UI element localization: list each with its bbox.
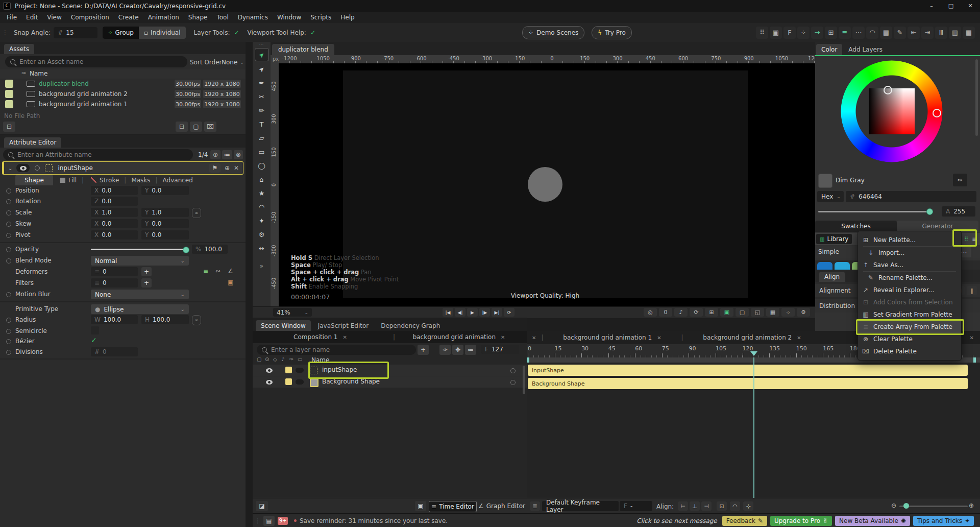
box-select-icon[interactable]: ⊡ [717, 501, 727, 511]
menu-item[interactable]: Help [336, 14, 359, 21]
textbox-icon[interactable]: ▤ [880, 27, 892, 39]
keyframe-layer-dropdown[interactable]: Default Keyframe Layer [542, 501, 619, 511]
pivot-x-field[interactable]: X0.0 [91, 230, 138, 239]
align-start-icon[interactable]: ⊢ [678, 501, 688, 511]
render-icon[interactable]: ◇ [273, 356, 277, 362]
audio-icon[interactable]: ♪ [281, 356, 284, 362]
align-center-icon[interactable]: ⊥ [690, 501, 700, 511]
panel-toggle-button[interactable]: ▣ [415, 501, 426, 511]
opacity-field[interactable]: %100.0 [192, 245, 228, 254]
layer-row[interactable]: Background Shape [253, 376, 527, 388]
deformer-corner-icon[interactable]: ∠ [228, 268, 233, 275]
close-icon[interactable]: ✕ [532, 335, 536, 341]
asset-search-field[interactable] [18, 58, 182, 66]
grid-icon[interactable]: ⊞ [705, 308, 718, 317]
picker-icon[interactable]: ✑ [289, 356, 293, 362]
display-icon[interactable]: ▣ [720, 308, 733, 317]
hex-input[interactable]: # 646464 [846, 191, 976, 202]
refresh-icon[interactable]: ⟳ [690, 308, 703, 317]
project-folder-icon[interactable]: ⊟ [3, 122, 15, 132]
group-mode-button[interactable]: ⁘ Group [103, 27, 139, 39]
maximize-button[interactable]: □ [941, 0, 961, 12]
layer-tools-checkbox[interactable]: ✓ [234, 29, 239, 36]
star-tool[interactable]: ★ [255, 187, 268, 199]
tab-advanced[interactable]: Advanced [163, 177, 193, 184]
individual-mode-button[interactable]: ▫ Individual [139, 27, 186, 39]
zoom-slider-knob[interactable] [903, 503, 909, 509]
split-keyframe-icon[interactable]: ⊹ [743, 501, 753, 511]
graph-editor-button[interactable]: ∠ Graph Editor [478, 501, 526, 511]
pan-tool[interactable]: ↔ [255, 242, 268, 254]
viewport-canvas[interactable]: Hold S Direct Layer SelectionSpace Play/… [279, 63, 815, 306]
ellipse-tool[interactable]: ◯ [255, 159, 268, 172]
menu-item[interactable]: Tool [212, 14, 233, 21]
monitor-icon[interactable]: ▢ [736, 308, 749, 317]
settings-sliders-icon[interactable]: ≔ [465, 345, 476, 355]
keyframe-toggle[interactable] [6, 318, 11, 323]
previous-frame-button[interactable]: ◀| [455, 308, 465, 317]
menu-item[interactable]: View [42, 14, 66, 21]
visibility-toggle[interactable] [16, 164, 30, 172]
attribute-search-input[interactable] [3, 149, 193, 160]
viewport-settings-icon[interactable]: ⚙ [797, 308, 810, 317]
keyframe-toggle[interactable] [6, 292, 11, 297]
tab-masks[interactable]: Masks [131, 177, 150, 184]
skew-x-field[interactable]: X0.0 [91, 219, 138, 228]
asset-search-input[interactable] [5, 56, 187, 67]
tab-color[interactable]: Color [816, 44, 842, 55]
layer-color-swatch[interactable] [285, 378, 292, 385]
arc-icon[interactable]: ◠ [866, 27, 878, 39]
divisions-field[interactable]: #0 [91, 347, 138, 356]
keyframe-toggle[interactable] [6, 339, 11, 344]
snap-angle-input[interactable]: # 15 [54, 27, 97, 38]
polygon-tool[interactable]: ⌂ [255, 173, 268, 185]
context-menu-item[interactable]: ⊗ Clear Palette [858, 333, 961, 345]
menu-item[interactable]: File [2, 14, 21, 21]
menu-item[interactable]: Create [114, 14, 143, 21]
panel-splitter[interactable] [246, 42, 253, 527]
arc-tool[interactable]: ◠ [255, 201, 268, 213]
palette-source-button[interactable]: ▥ Library [816, 234, 852, 244]
close-icon[interactable]: ✕ [234, 164, 239, 172]
visibility-icon[interactable]: ▭ [298, 356, 302, 362]
tab-scene-window[interactable]: Scene Window [256, 320, 311, 331]
onion-skin-count[interactable]: 0 [659, 308, 672, 317]
arrow-right-icon[interactable]: → [811, 27, 823, 39]
add-null-icon[interactable]: ✥ [452, 345, 463, 355]
layer-color-swatch[interactable] [285, 367, 292, 373]
tab-background-grid-animation-1[interactable]: background grid animation 1 ✕ [548, 334, 676, 341]
pivot-y-field[interactable]: Y0.0 [141, 230, 189, 239]
menu-item[interactable]: Window [273, 14, 306, 21]
playhead-handle[interactable] [750, 351, 757, 356]
tab-swatches[interactable]: Swatches [815, 221, 897, 232]
layer-row[interactable]: inputShape [253, 365, 527, 376]
deformers-field[interactable]: ≡0 [91, 267, 138, 276]
pen-tool[interactable]: ✒ [255, 77, 268, 89]
sv-marker[interactable] [884, 86, 892, 94]
filter-icon[interactable]: ≔ [222, 150, 232, 159]
zoom-out-icon[interactable]: ⊖ [891, 502, 896, 509]
semicircle-checkbox[interactable] [91, 326, 99, 334]
asset-color-swatch[interactable] [5, 100, 13, 108]
picker-icon[interactable]: ✑ [439, 345, 451, 355]
grid-dots-icon[interactable]: ⠿ [756, 27, 768, 39]
add-layer-button[interactable]: + [418, 345, 429, 355]
direct-select-tool[interactable]: ➤ [255, 63, 268, 75]
pen-icon[interactable]: ✎ [894, 27, 906, 39]
deformer-list-icon[interactable]: ≡ [203, 268, 208, 275]
statusbar-drag-handle[interactable]: ⋮ [255, 517, 261, 524]
slider-knob[interactable] [183, 247, 189, 253]
ellipse-shape[interactable] [528, 167, 562, 202]
lines-icon[interactable]: ≡ [839, 27, 851, 39]
context-menu-item[interactable]: ↑ Save As... [858, 259, 961, 271]
keyframe-toggle[interactable] [6, 258, 11, 264]
keyframe-toggle[interactable] [6, 199, 11, 204]
camera-icon[interactable]: ◎ [644, 308, 657, 317]
eye-icon[interactable] [266, 380, 273, 385]
context-menu-item[interactable]: ⊡ Add Colors from Selection [858, 296, 961, 308]
layer-ring-icon[interactable] [510, 368, 516, 373]
asset-color-swatch[interactable] [5, 80, 13, 88]
link-toggle[interactable]: ∞ [192, 315, 201, 325]
add-deformer-button[interactable]: + [141, 267, 152, 276]
knife-tool[interactable]: ✂ [255, 90, 268, 103]
